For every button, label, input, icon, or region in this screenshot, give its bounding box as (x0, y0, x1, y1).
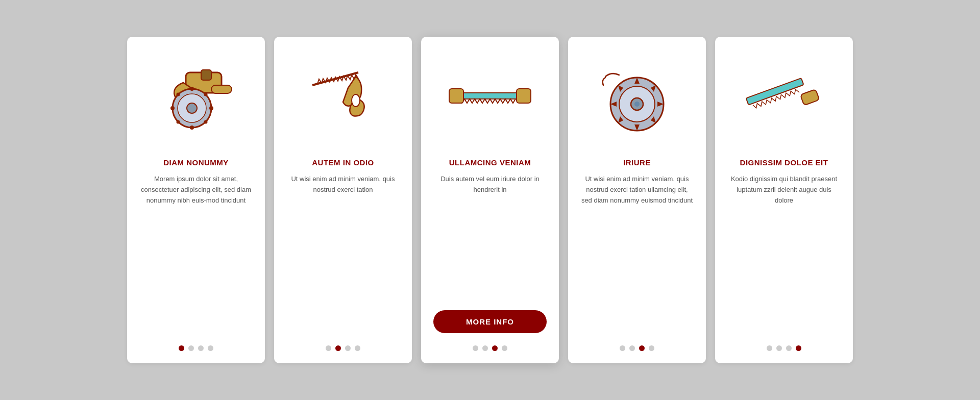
cards-container: DIAM NONUMMY Morem ipsum dolor sit amet,… (96, 16, 884, 384)
dot (198, 345, 204, 351)
svg-rect-31 (800, 89, 820, 106)
card-1-dots (179, 345, 213, 351)
svg-point-14 (352, 94, 360, 107)
svg-point-9 (177, 93, 180, 96)
dot (188, 345, 194, 351)
card-1-title: DIAM NONUMMY (163, 158, 229, 167)
angle-grinder-icon (150, 52, 242, 144)
dot (649, 345, 654, 351)
dot (179, 345, 184, 351)
dot (473, 345, 478, 351)
svg-rect-16 (449, 89, 463, 103)
card-3: ULLAMCING VENIAM Duis autem vel eum iriu… (421, 37, 559, 363)
dot (355, 345, 360, 351)
dot (776, 345, 782, 351)
card-1-body: Morem ipsum dolor sit amet, consectetuer… (139, 174, 253, 333)
card-2-title: AUTEM IN ODIO (312, 158, 374, 167)
card-4-body: Ut wisi enim ad minim veniam, quis nostr… (580, 174, 694, 333)
card-3-title: ULLAMCING VENIAM (449, 158, 531, 167)
svg-point-6 (190, 126, 194, 130)
file-saw-icon (738, 52, 830, 144)
card-2-dots (326, 345, 360, 351)
svg-point-12 (204, 120, 208, 124)
svg-point-4 (187, 103, 197, 113)
hand-saw-icon (297, 52, 389, 144)
svg-point-10 (204, 93, 208, 96)
svg-point-8 (209, 106, 213, 110)
dot (786, 345, 792, 351)
dot (345, 345, 351, 351)
dot (326, 345, 331, 351)
svg-point-29 (634, 102, 640, 107)
card-3-body: Duis autem vel eum iriure dolor in hendr… (433, 174, 547, 301)
dot (639, 345, 645, 351)
card-4: IRIURE Ut wisi enim ad minim veniam, qui… (568, 37, 706, 363)
svg-rect-15 (457, 93, 518, 99)
card-4-dots (620, 345, 654, 351)
svg-point-5 (190, 87, 194, 91)
dot (502, 345, 507, 351)
card-5-dots (767, 345, 801, 351)
svg-point-7 (170, 106, 175, 110)
dot (796, 345, 801, 351)
svg-rect-17 (517, 89, 531, 103)
card-5-body: Kodio dignissim qui blandit praesent lup… (727, 174, 841, 333)
dot (767, 345, 772, 351)
dot (629, 345, 635, 351)
card-2-body: Ut wisi enim ad minim veniam, quis nostr… (286, 174, 400, 333)
card-4-title: IRIURE (623, 158, 651, 167)
svg-rect-13 (211, 85, 232, 93)
dot (482, 345, 488, 351)
svg-point-11 (177, 120, 180, 124)
more-info-button[interactable]: MORE INFO (433, 310, 547, 333)
dot (335, 345, 341, 351)
svg-rect-1 (201, 70, 211, 80)
card-1: DIAM NONUMMY Morem ipsum dolor sit amet,… (127, 37, 265, 363)
dot (208, 345, 213, 351)
dot (492, 345, 498, 351)
dot (620, 345, 625, 351)
circular-blade-icon (591, 52, 683, 144)
card-2: AUTEM IN ODIO Ut wisi enim ad minim veni… (274, 37, 412, 363)
card-5-title: DIGNISSIM DOLOE EIT (740, 158, 828, 167)
card-3-dots (473, 345, 507, 351)
card-5: DIGNISSIM DOLOE EIT Kodio dignissim qui … (715, 37, 853, 363)
hacksaw-icon (444, 52, 536, 144)
